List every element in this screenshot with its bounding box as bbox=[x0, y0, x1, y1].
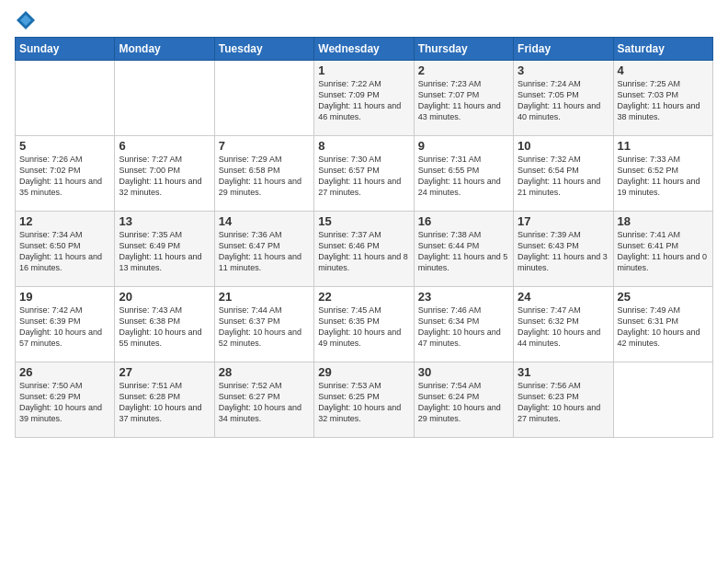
day-number: 25 bbox=[618, 290, 709, 304]
week-row-4: 26Sunrise: 7:50 AM Sunset: 6:29 PM Dayli… bbox=[16, 362, 713, 438]
day-cell: 10Sunrise: 7:32 AM Sunset: 6:54 PM Dayli… bbox=[514, 136, 613, 212]
day-number: 19 bbox=[19, 290, 110, 304]
calendar-body: 1Sunrise: 7:22 AM Sunset: 7:09 PM Daylig… bbox=[16, 61, 713, 438]
header-wednesday: Wednesday bbox=[314, 38, 414, 61]
day-info: Sunrise: 7:51 AM Sunset: 6:28 PM Dayligh… bbox=[119, 380, 210, 425]
day-cell: 27Sunrise: 7:51 AM Sunset: 6:28 PM Dayli… bbox=[115, 362, 214, 438]
day-cell: 11Sunrise: 7:33 AM Sunset: 6:52 PM Dayli… bbox=[613, 136, 712, 212]
day-cell: 3Sunrise: 7:24 AM Sunset: 7:05 PM Daylig… bbox=[514, 61, 613, 136]
day-number: 9 bbox=[418, 139, 509, 153]
day-cell: 7Sunrise: 7:29 AM Sunset: 6:58 PM Daylig… bbox=[214, 136, 313, 212]
day-cell: 1Sunrise: 7:22 AM Sunset: 7:09 PM Daylig… bbox=[314, 61, 414, 136]
day-number: 12 bbox=[19, 214, 110, 228]
week-row-2: 12Sunrise: 7:34 AM Sunset: 6:50 PM Dayli… bbox=[16, 212, 713, 287]
day-info: Sunrise: 7:56 AM Sunset: 6:23 PM Dayligh… bbox=[518, 380, 609, 425]
day-number: 14 bbox=[219, 214, 310, 228]
day-number: 11 bbox=[618, 139, 709, 153]
day-number: 29 bbox=[318, 365, 409, 379]
day-number: 27 bbox=[119, 365, 210, 379]
day-number: 31 bbox=[518, 365, 609, 379]
day-number: 26 bbox=[19, 365, 110, 379]
day-cell: 9Sunrise: 7:31 AM Sunset: 6:55 PM Daylig… bbox=[414, 136, 513, 212]
day-info: Sunrise: 7:46 AM Sunset: 6:34 PM Dayligh… bbox=[418, 304, 509, 350]
day-info: Sunrise: 7:37 AM Sunset: 6:46 PM Dayligh… bbox=[318, 229, 409, 274]
day-info: Sunrise: 7:53 AM Sunset: 6:25 PM Dayligh… bbox=[318, 380, 409, 425]
page-header bbox=[15, 9, 713, 31]
day-cell bbox=[613, 362, 712, 438]
day-cell: 6Sunrise: 7:27 AM Sunset: 7:00 PM Daylig… bbox=[115, 136, 214, 212]
day-info: Sunrise: 7:32 AM Sunset: 6:54 PM Dayligh… bbox=[518, 154, 609, 199]
day-number: 3 bbox=[518, 63, 609, 77]
day-number: 5 bbox=[19, 139, 110, 153]
day-info: Sunrise: 7:44 AM Sunset: 6:37 PM Dayligh… bbox=[219, 304, 310, 350]
week-row-3: 19Sunrise: 7:42 AM Sunset: 6:39 PM Dayli… bbox=[16, 287, 713, 362]
day-info: Sunrise: 7:38 AM Sunset: 6:44 PM Dayligh… bbox=[418, 229, 509, 274]
day-info: Sunrise: 7:29 AM Sunset: 6:58 PM Dayligh… bbox=[219, 154, 310, 199]
day-cell: 30Sunrise: 7:54 AM Sunset: 6:24 PM Dayli… bbox=[414, 362, 513, 438]
week-row-0: 1Sunrise: 7:22 AM Sunset: 7:09 PM Daylig… bbox=[16, 61, 713, 136]
day-info: Sunrise: 7:26 AM Sunset: 7:02 PM Dayligh… bbox=[19, 154, 110, 199]
day-cell bbox=[115, 61, 214, 136]
day-number: 21 bbox=[219, 290, 310, 304]
day-number: 23 bbox=[418, 290, 509, 304]
day-info: Sunrise: 7:45 AM Sunset: 6:35 PM Dayligh… bbox=[318, 304, 409, 350]
day-info: Sunrise: 7:52 AM Sunset: 6:27 PM Dayligh… bbox=[219, 380, 310, 425]
day-info: Sunrise: 7:47 AM Sunset: 6:32 PM Dayligh… bbox=[518, 304, 609, 350]
day-info: Sunrise: 7:41 AM Sunset: 6:41 PM Dayligh… bbox=[618, 229, 709, 274]
day-info: Sunrise: 7:30 AM Sunset: 6:57 PM Dayligh… bbox=[318, 154, 409, 199]
day-cell: 16Sunrise: 7:38 AM Sunset: 6:44 PM Dayli… bbox=[414, 212, 513, 287]
header-monday: Monday bbox=[115, 38, 214, 61]
header-row: SundayMondayTuesdayWednesdayThursdayFrid… bbox=[16, 38, 713, 61]
day-cell: 15Sunrise: 7:37 AM Sunset: 6:46 PM Dayli… bbox=[314, 212, 414, 287]
header-sunday: Sunday bbox=[16, 38, 115, 61]
day-number: 8 bbox=[318, 139, 409, 153]
header-thursday: Thursday bbox=[414, 38, 513, 61]
day-number: 15 bbox=[318, 214, 409, 228]
day-cell: 23Sunrise: 7:46 AM Sunset: 6:34 PM Dayli… bbox=[414, 287, 513, 362]
day-cell: 28Sunrise: 7:52 AM Sunset: 6:27 PM Dayli… bbox=[214, 362, 313, 438]
day-info: Sunrise: 7:50 AM Sunset: 6:29 PM Dayligh… bbox=[19, 380, 110, 425]
day-info: Sunrise: 7:34 AM Sunset: 6:50 PM Dayligh… bbox=[19, 229, 110, 274]
day-info: Sunrise: 7:33 AM Sunset: 6:52 PM Dayligh… bbox=[618, 154, 709, 199]
day-cell: 18Sunrise: 7:41 AM Sunset: 6:41 PM Dayli… bbox=[613, 212, 712, 287]
day-number: 16 bbox=[418, 214, 509, 228]
day-number: 30 bbox=[418, 365, 509, 379]
day-cell: 5Sunrise: 7:26 AM Sunset: 7:02 PM Daylig… bbox=[16, 136, 115, 212]
logo bbox=[15, 9, 39, 31]
week-row-1: 5Sunrise: 7:26 AM Sunset: 7:02 PM Daylig… bbox=[16, 136, 713, 212]
day-number: 10 bbox=[518, 139, 609, 153]
header-friday: Friday bbox=[514, 38, 613, 61]
day-cell: 17Sunrise: 7:39 AM Sunset: 6:43 PM Dayli… bbox=[514, 212, 613, 287]
day-info: Sunrise: 7:42 AM Sunset: 6:39 PM Dayligh… bbox=[19, 304, 110, 350]
day-info: Sunrise: 7:54 AM Sunset: 6:24 PM Dayligh… bbox=[418, 380, 509, 425]
day-number: 2 bbox=[418, 63, 509, 77]
day-info: Sunrise: 7:39 AM Sunset: 6:43 PM Dayligh… bbox=[518, 229, 609, 274]
day-number: 17 bbox=[518, 214, 609, 228]
day-cell: 31Sunrise: 7:56 AM Sunset: 6:23 PM Dayli… bbox=[514, 362, 613, 438]
day-cell: 22Sunrise: 7:45 AM Sunset: 6:35 PM Dayli… bbox=[314, 287, 414, 362]
day-cell: 13Sunrise: 7:35 AM Sunset: 6:49 PM Dayli… bbox=[115, 212, 214, 287]
header-saturday: Saturday bbox=[613, 38, 712, 61]
calendar-header: SundayMondayTuesdayWednesdayThursdayFrid… bbox=[16, 38, 713, 61]
day-cell bbox=[214, 61, 313, 136]
day-number: 18 bbox=[618, 214, 709, 228]
day-info: Sunrise: 7:22 AM Sunset: 7:09 PM Dayligh… bbox=[318, 78, 409, 123]
day-number: 22 bbox=[318, 290, 409, 304]
day-info: Sunrise: 7:23 AM Sunset: 7:07 PM Dayligh… bbox=[418, 78, 509, 123]
day-cell: 4Sunrise: 7:25 AM Sunset: 7:03 PM Daylig… bbox=[613, 61, 712, 136]
day-cell bbox=[16, 61, 115, 136]
day-info: Sunrise: 7:25 AM Sunset: 7:03 PM Dayligh… bbox=[618, 78, 709, 123]
logo-icon bbox=[15, 9, 37, 31]
day-cell: 8Sunrise: 7:30 AM Sunset: 6:57 PM Daylig… bbox=[314, 136, 414, 212]
day-number: 20 bbox=[119, 290, 210, 304]
day-info: Sunrise: 7:49 AM Sunset: 6:31 PM Dayligh… bbox=[618, 304, 709, 350]
day-cell: 24Sunrise: 7:47 AM Sunset: 6:32 PM Dayli… bbox=[514, 287, 613, 362]
day-cell: 14Sunrise: 7:36 AM Sunset: 6:47 PM Dayli… bbox=[214, 212, 313, 287]
day-info: Sunrise: 7:36 AM Sunset: 6:47 PM Dayligh… bbox=[219, 229, 310, 274]
day-cell: 20Sunrise: 7:43 AM Sunset: 6:38 PM Dayli… bbox=[115, 287, 214, 362]
day-number: 24 bbox=[518, 290, 609, 304]
day-info: Sunrise: 7:43 AM Sunset: 6:38 PM Dayligh… bbox=[119, 304, 210, 350]
day-info: Sunrise: 7:24 AM Sunset: 7:05 PM Dayligh… bbox=[518, 78, 609, 123]
header-tuesday: Tuesday bbox=[214, 38, 313, 61]
day-number: 28 bbox=[219, 365, 310, 379]
